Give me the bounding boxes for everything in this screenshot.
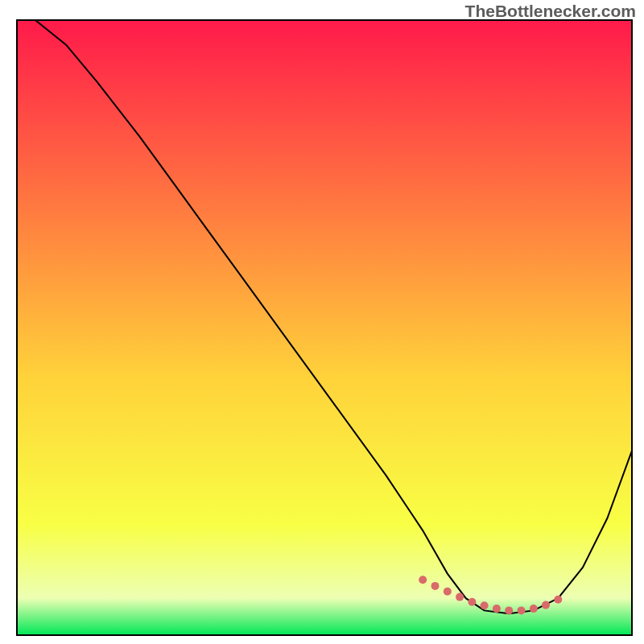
highlight-dot [431, 582, 440, 590]
gradient-background [17, 20, 632, 635]
highlight-dot [444, 588, 452, 596]
highlight-dot [456, 593, 464, 601]
highlight-dot [530, 605, 538, 613]
highlight-dot [554, 596, 562, 604]
highlight-dot [505, 606, 513, 614]
highlight-dot [542, 601, 550, 609]
highlight-dot [493, 605, 501, 613]
highlight-dot [518, 606, 526, 614]
highlight-dot [419, 576, 427, 584]
highlight-dot [468, 598, 476, 606]
highlight-dot [481, 601, 489, 609]
bottleneck-chart [0, 0, 644, 644]
watermark-text: TheBottlenecker.com [465, 2, 636, 21]
